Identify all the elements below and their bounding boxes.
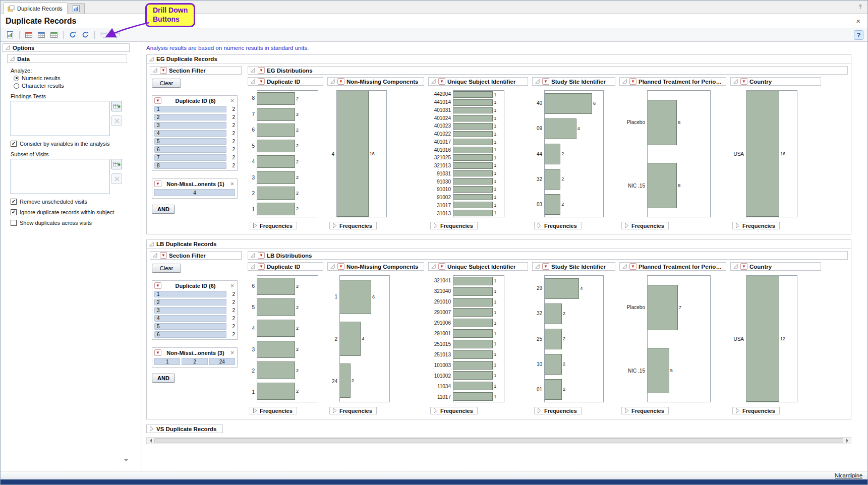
disclosure-closed-icon[interactable] xyxy=(252,223,258,228)
status-study-link[interactable]: Nicardipine xyxy=(835,472,862,478)
histogram-bar[interactable] xyxy=(453,287,493,296)
frequencies-header[interactable]: Frequencies xyxy=(250,222,297,229)
red-triangle-menu-icon[interactable]: ▼ xyxy=(740,78,747,85)
disclosure-open-icon[interactable] xyxy=(733,264,738,269)
frequencies-header[interactable]: Frequencies xyxy=(329,407,377,414)
options-header[interactable]: Options xyxy=(3,43,130,52)
data-table-green-icon[interactable] xyxy=(48,29,60,40)
histogram-bar[interactable] xyxy=(453,210,493,216)
red-triangle-menu-icon[interactable]: ▼ xyxy=(542,263,549,270)
disclosure-closed-icon[interactable] xyxy=(149,426,154,432)
histogram-bar[interactable] xyxy=(337,91,369,217)
filter-value-bar[interactable]: 6 xyxy=(154,146,226,153)
disclosure-closed-icon[interactable] xyxy=(433,408,438,413)
disclosure-closed-icon[interactable] xyxy=(433,223,438,228)
disclosure-closed-icon[interactable] xyxy=(624,223,629,228)
frequencies-header[interactable]: Frequencies xyxy=(250,407,297,414)
chart-header[interactable]: ▼Non-Missing Components xyxy=(327,77,424,86)
tab-duplicate-records[interactable]: Duplicate Records xyxy=(4,3,68,14)
chart-header[interactable]: ▼Planned Treatment for Period 01 xyxy=(619,77,726,86)
histogram-bar[interactable] xyxy=(453,123,493,130)
histogram-bar[interactable] xyxy=(453,115,493,122)
histogram-bar[interactable] xyxy=(257,187,295,200)
filter-row[interactable]: 42 xyxy=(153,129,236,137)
histogram-bar[interactable] xyxy=(545,93,592,114)
red-triangle-menu-icon[interactable]: ▼ xyxy=(337,78,344,85)
histogram-bar[interactable] xyxy=(340,322,361,356)
checkbox-row[interactable]: ✓Consider by variables in the analysis xyxy=(11,141,128,147)
filter-row[interactable]: 42 xyxy=(153,314,236,322)
red-triangle-menu-icon[interactable]: ▼ xyxy=(160,67,167,74)
histogram-bar[interactable] xyxy=(453,308,493,317)
disclosure-open-icon[interactable] xyxy=(152,253,158,258)
chart-header[interactable]: ▼Study Site Identifier xyxy=(532,262,615,271)
histogram-bar[interactable] xyxy=(257,92,295,105)
red-triangle-menu-icon[interactable]: ▼ xyxy=(160,252,167,259)
histogram-bar[interactable] xyxy=(453,178,493,185)
red-triangle-menu-icon[interactable]: ▼ xyxy=(258,67,265,74)
disclosure-open-icon[interactable] xyxy=(10,56,15,62)
frequencies-header[interactable]: Frequencies xyxy=(621,222,669,229)
disclosure-open-icon[interactable] xyxy=(622,264,627,269)
section-header[interactable]: EG Duplicate Records xyxy=(147,55,851,64)
filter-value-bar[interactable]: 2 xyxy=(154,299,226,306)
drill-down-left-icon[interactable] xyxy=(98,29,109,40)
red-triangle-menu-icon[interactable]: ▼ xyxy=(258,78,265,85)
filter-value-bar[interactable]: 1 xyxy=(154,291,226,297)
scroll-left-icon[interactable] xyxy=(147,438,154,444)
histogram-bar[interactable] xyxy=(453,202,493,208)
filter-value-bar[interactable]: 5 xyxy=(154,323,226,330)
red-triangle-menu-icon[interactable]: ▼ xyxy=(438,263,445,270)
filter-value-bar[interactable]: 3 xyxy=(154,307,226,314)
red-triangle-menu-icon[interactable]: ▼ xyxy=(154,349,161,356)
subset-of-visits-listbox[interactable] xyxy=(11,159,109,194)
histogram-bar[interactable] xyxy=(648,100,677,145)
filter-row[interactable]: 22 xyxy=(153,298,236,306)
close-icon[interactable]: × xyxy=(229,98,235,104)
distributions-header[interactable]: ▼EG Distributions xyxy=(248,66,848,75)
pin-icon[interactable] xyxy=(857,4,863,11)
findings-tests-listbox[interactable] xyxy=(11,101,109,136)
histogram-bar[interactable] xyxy=(257,155,295,168)
chart-header[interactable]: ▼Unique Subject Identifier xyxy=(428,262,528,271)
chart-header[interactable]: ▼Duplicate ID xyxy=(248,77,323,86)
histogram-bar[interactable] xyxy=(453,170,493,177)
tab-chart-view[interactable] xyxy=(69,3,85,14)
checkbox-icon[interactable]: ✓ xyxy=(11,199,17,205)
disclosure-open-icon[interactable] xyxy=(250,68,256,73)
chart-header[interactable]: ▼Country xyxy=(730,77,821,86)
disclosure-open-icon[interactable] xyxy=(733,79,738,84)
close-icon[interactable]: × xyxy=(854,17,862,25)
histogram-bar[interactable] xyxy=(545,278,579,299)
histogram-bar[interactable] xyxy=(257,383,295,400)
histogram-bar[interactable] xyxy=(453,277,493,285)
radio-option[interactable]: Numeric results xyxy=(14,75,128,81)
histogram-bar[interactable] xyxy=(257,298,295,316)
data-table-red-icon[interactable] xyxy=(23,29,34,40)
section-filter-header[interactable]: ▼Section Filter xyxy=(150,66,242,75)
histogram-bar[interactable] xyxy=(453,131,493,138)
red-triangle-menu-icon[interactable]: ▼ xyxy=(258,263,265,270)
histogram-bar[interactable] xyxy=(545,169,560,190)
histogram-bar[interactable] xyxy=(453,298,493,307)
relaunch-icon[interactable] xyxy=(80,29,91,40)
frequencies-header[interactable]: Frequencies xyxy=(430,222,478,229)
filter-row[interactable]: 52 xyxy=(153,137,236,145)
red-triangle-menu-icon[interactable]: ▼ xyxy=(629,78,636,85)
histogram-bar[interactable] xyxy=(453,329,493,338)
histogram-bar[interactable] xyxy=(453,340,493,348)
filter-value-bar[interactable]: 4 xyxy=(154,130,226,137)
chart-header[interactable]: ▼Non-Missing Components xyxy=(327,262,424,271)
histogram-bar[interactable] xyxy=(257,140,295,153)
disclosure-closed-icon[interactable] xyxy=(332,408,337,413)
histogram-bar[interactable] xyxy=(453,162,493,169)
disclosure-open-icon[interactable] xyxy=(152,68,158,73)
filter-value-bar[interactable]: 8 xyxy=(154,162,226,169)
histogram-bar[interactable] xyxy=(257,341,295,358)
close-icon[interactable]: × xyxy=(229,181,235,187)
histogram-bar[interactable] xyxy=(453,147,493,153)
radio-icon[interactable] xyxy=(14,83,19,89)
drill-down-right-icon[interactable] xyxy=(111,29,122,40)
filter-value-bar[interactable]: 2 xyxy=(154,114,226,120)
disclosure-closed-icon[interactable] xyxy=(735,408,740,413)
